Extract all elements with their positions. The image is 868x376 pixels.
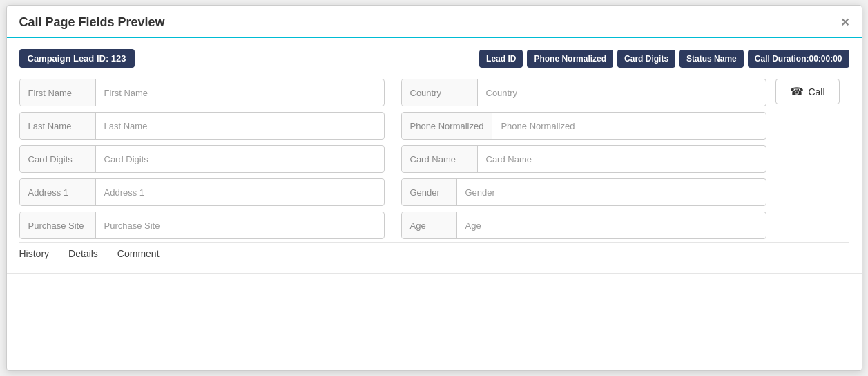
field-label: Age: [402, 212, 457, 238]
field-value: Phone Normalized: [492, 121, 765, 131]
phone-icon: ☎: [790, 85, 804, 98]
modal-title: Call Page Fields Preview: [19, 15, 165, 30]
field-badge[interactable]: Card Digits: [617, 50, 675, 68]
field-badge[interactable]: Status Name: [679, 50, 744, 68]
left-field-row: Address 1 Address 1: [19, 178, 385, 206]
left-field-row: Purchase Site Purchase Site: [19, 212, 385, 239]
field-badge[interactable]: Phone Normalized: [527, 50, 613, 68]
field-value: Gender: [457, 187, 766, 198]
field-badges: Lead IDPhone NormalizedCard DigitsStatus…: [479, 50, 849, 68]
field-label: Phone Normalized: [402, 113, 493, 139]
field-value: Last Name: [96, 121, 384, 131]
call-button-column: ☎ Call: [766, 79, 849, 104]
close-icon[interactable]: ✕: [840, 16, 849, 29]
right-fields-column: Country Country Phone Normalized Phone N…: [401, 79, 766, 239]
field-value: Card Digits: [96, 154, 384, 164]
modal-container: Call Page Fields Preview ✕ Campaign Lead…: [6, 5, 862, 371]
field-value: Address 1: [96, 187, 384, 198]
right-field-row: Card Name Card Name: [401, 145, 766, 173]
tabs-row: HistoryDetailsComment: [19, 242, 849, 262]
fields-two-col: First Name First Name Last Name Last Nam…: [19, 79, 766, 239]
tab-link[interactable]: History: [19, 248, 50, 262]
field-label: Country: [402, 79, 478, 106]
call-button-label: Call: [808, 86, 824, 97]
field-label: Card Digits: [20, 146, 96, 172]
tab-link[interactable]: Details: [68, 248, 98, 262]
field-label: Card Name: [402, 146, 478, 172]
field-badge[interactable]: Lead ID: [479, 50, 523, 68]
toolbar: Campaign Lead ID: 123 Lead IDPhone Norma…: [19, 49, 849, 68]
right-field-row: Gender Gender: [401, 178, 766, 206]
left-fields-column: First Name First Name Last Name Last Nam…: [19, 79, 385, 239]
field-label: Purchase Site: [20, 212, 96, 238]
fields-main: First Name First Name Last Name Last Nam…: [19, 79, 849, 239]
campaign-badge: Campaign Lead ID: 123: [19, 49, 135, 68]
field-value: Card Name: [478, 154, 766, 164]
field-value: Country: [478, 88, 766, 98]
modal-body: Campaign Lead ID: 123 Lead IDPhone Norma…: [7, 38, 862, 273]
field-label: Gender: [402, 179, 457, 205]
field-value: First Name: [96, 88, 384, 98]
right-field-row: Phone Normalized Phone Normalized: [401, 112, 766, 140]
field-badge[interactable]: Call Duration:00:00:00: [748, 50, 849, 68]
field-label: First Name: [20, 79, 96, 106]
right-field-row: Age Age: [401, 212, 766, 239]
left-field-row: First Name First Name: [19, 79, 385, 106]
field-value: Purchase Site: [96, 220, 384, 231]
field-label: Last Name: [20, 113, 96, 139]
right-field-row: Country Country: [401, 79, 766, 106]
call-button[interactable]: ☎ Call: [775, 79, 839, 104]
modal-header: Call Page Fields Preview ✕: [7, 6, 862, 37]
field-label: Address 1: [20, 179, 96, 205]
left-field-row: Card Digits Card Digits: [19, 145, 385, 173]
left-field-row: Last Name Last Name: [19, 112, 385, 140]
tab-link[interactable]: Comment: [117, 248, 160, 262]
bottom-divider: [7, 273, 862, 274]
field-value: Age: [457, 220, 766, 231]
